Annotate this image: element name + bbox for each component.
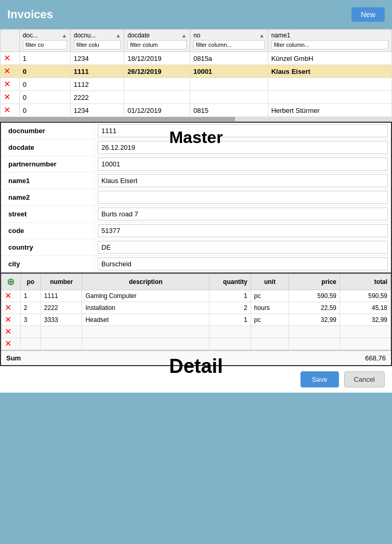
master-input-country[interactable] <box>98 241 388 254</box>
detail-number: 1111 <box>41 290 82 302</box>
detail-delete-button[interactable]: ✕ <box>5 292 11 300</box>
detail-description <box>82 326 210 338</box>
master-value-city <box>95 256 391 273</box>
master-value-name1 <box>95 173 391 189</box>
detail-total: 45,18 <box>340 302 391 314</box>
col-header-total: total <box>340 274 391 290</box>
detail-row[interactable]: ✕ 2 2222 Installation 2 hours 22,59 45,1… <box>2 302 391 314</box>
master-input-city[interactable] <box>98 257 388 270</box>
detail-description: Headset <box>82 314 210 326</box>
detail-del-cell: ✕ <box>2 302 21 314</box>
horizontal-scrollbar[interactable] <box>0 117 392 121</box>
cell-no: 10001 <box>190 65 268 78</box>
cell-name1 <box>268 91 391 104</box>
filter-no[interactable] <box>193 40 265 49</box>
master-value-partnernumber <box>95 156 391 173</box>
detail-price <box>289 338 340 350</box>
cell-doc: 1 <box>19 52 70 65</box>
delete-cell: ✕ <box>1 91 20 104</box>
detail-row[interactable]: ✕ <box>2 326 391 338</box>
master-label-city: city <box>1 256 95 273</box>
delete-row-button[interactable]: ✕ <box>4 54 10 62</box>
filter-docdate[interactable] <box>127 40 187 49</box>
detail-unit <box>251 338 289 350</box>
invoices-grid: doc... ▲ docnu... ▲ do <box>0 29 392 122</box>
master-input-name2[interactable] <box>98 191 388 204</box>
detail-total: 32,99 <box>340 314 391 326</box>
sort-arrow-docdate[interactable]: ▲ <box>181 33 187 38</box>
scrollbar-thumb[interactable] <box>0 117 235 121</box>
sort-arrow-no[interactable]: ▲ <box>259 33 265 38</box>
cell-name1 <box>268 78 391 91</box>
new-button[interactable]: New <box>351 7 385 22</box>
table-row[interactable]: ✕ 0 1111 26/12/2019 10001 Klaus Eisert <box>1 65 392 78</box>
cell-docdate: 01/12/2019 <box>124 104 190 117</box>
master-value-code <box>95 223 391 239</box>
master-label-code: code <box>1 223 95 239</box>
filter-docnum[interactable] <box>74 40 121 49</box>
detail-row[interactable]: ✕ 1 1111 Gaming Computer 1 pc 590,59 590… <box>2 290 391 302</box>
detail-pos <box>20 338 41 350</box>
table-row[interactable]: ✕ 0 2222 <box>1 91 392 104</box>
detail-total <box>340 326 391 338</box>
detail-number <box>41 338 82 350</box>
cell-docnum: 1234 <box>70 52 124 65</box>
detail-delete-button[interactable]: ✕ <box>5 316 11 324</box>
sort-arrow-doc[interactable]: ▲ <box>62 33 67 38</box>
detail-price: 590,59 <box>289 290 340 302</box>
delete-cell: ✕ <box>1 78 20 91</box>
detail-quantity <box>210 326 251 338</box>
col-header-price: price <box>289 274 340 290</box>
detail-unit: pc <box>251 314 289 326</box>
master-label-name1: name1 <box>1 173 95 189</box>
delete-cell: ✕ <box>1 52 20 65</box>
master-value-name2 <box>95 189 391 206</box>
detail-pos: 2 <box>20 302 41 314</box>
cell-docdate <box>124 91 190 104</box>
filter-doc[interactable] <box>23 40 67 49</box>
cell-no: 0815a <box>190 52 268 65</box>
cell-docdate <box>124 78 190 91</box>
detail-description <box>82 338 210 350</box>
add-row-button[interactable]: ⊕ <box>7 276 15 288</box>
delete-row-button[interactable]: ✕ <box>4 93 10 101</box>
table-row[interactable]: ✕ 1 1234 18/12/2019 0815a Künzel GmbH <box>1 52 392 65</box>
master-section: Master docnumberdocdatepartnernumbername… <box>0 122 392 274</box>
detail-del-cell: ✕ <box>2 338 21 350</box>
cell-doc: 0 <box>19 91 70 104</box>
col-header-unit: unit <box>251 274 289 290</box>
detail-row[interactable]: ✕ 3 3333 Headset 1 pc 32,99 32,99 <box>2 314 391 326</box>
col-header-pos: po <box>20 274 41 290</box>
detail-delete-button[interactable]: ✕ <box>5 340 11 348</box>
master-input-code[interactable] <box>98 224 388 237</box>
delete-row-button[interactable]: ✕ <box>4 106 10 114</box>
col-header-docdate: docdate ▲ <box>124 30 190 52</box>
master-input-partnernumber[interactable] <box>98 158 388 171</box>
delete-row-button[interactable]: ✕ <box>4 67 10 75</box>
detail-description: Installation <box>82 302 210 314</box>
table-row[interactable]: ✕ 0 1234 01/12/2019 0815 Herbert Stürmer <box>1 104 392 117</box>
col-header-doc: doc... ▲ <box>19 30 70 52</box>
master-input-street[interactable] <box>98 208 388 221</box>
detail-number: 3333 <box>41 314 82 326</box>
sort-arrow-docnum[interactable]: ▲ <box>115 33 121 38</box>
detail-pos <box>20 326 41 338</box>
detail-delete-button[interactable]: ✕ <box>5 328 11 336</box>
col-header-no: no ▲ <box>190 30 268 52</box>
col-label-name1: name1 <box>271 32 291 39</box>
detail-section: ⊕ po number description quantity unit pr… <box>0 273 392 366</box>
master-label-partnernumber: partnernumber <box>1 156 95 173</box>
master-input-name1[interactable] <box>98 174 388 187</box>
detail-row[interactable]: ✕ <box>2 338 391 350</box>
detail-del-cell: ✕ <box>2 290 21 302</box>
detail-quantity <box>210 338 251 350</box>
table-row[interactable]: ✕ 0 1112 <box>1 78 392 91</box>
detail-unit <box>251 326 289 338</box>
delete-cell: ✕ <box>1 65 20 78</box>
detail-pos: 1 <box>20 290 41 302</box>
detail-pos: 3 <box>20 314 41 326</box>
teal-footer <box>0 393 392 424</box>
filter-name1[interactable] <box>271 40 388 49</box>
detail-delete-button[interactable]: ✕ <box>5 304 11 312</box>
delete-row-button[interactable]: ✕ <box>4 80 10 88</box>
